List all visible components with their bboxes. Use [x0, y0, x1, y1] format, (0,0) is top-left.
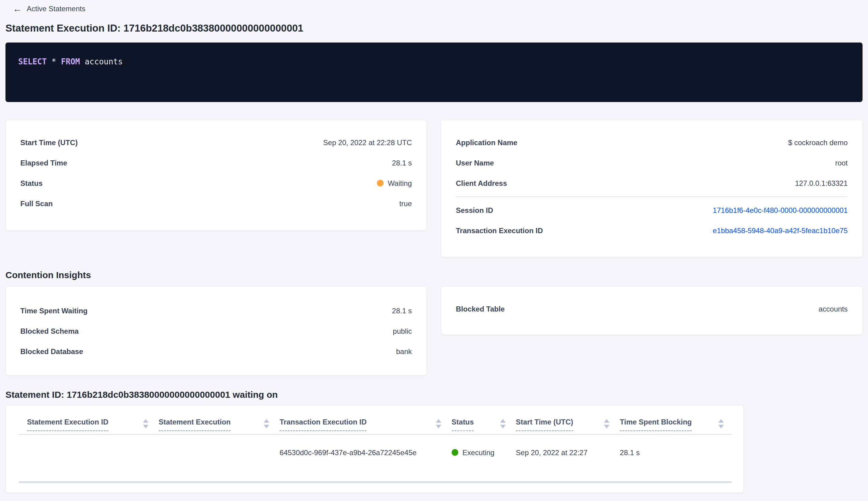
session-id-row: Session ID 1716b1f6-4e0c-f480-0000-00000… — [456, 200, 848, 221]
cell-status-badge: Executing — [463, 448, 495, 457]
sql-keyword-from: FROM — [61, 57, 80, 66]
sql-star: * — [47, 57, 61, 66]
sort-icon[interactable] — [436, 419, 441, 428]
session-id-link[interactable]: 1716b1f6-4e0c-f480-0000-000000000001 — [713, 206, 848, 215]
transaction-execution-id-row: Transaction Execution ID e1bba458-5948-4… — [456, 221, 848, 241]
time-spent-waiting-row: Time Spent Waiting 28.1 s — [20, 301, 412, 321]
waiting-table-header: Statement Execution ID Statement Executi… — [6, 406, 743, 431]
sort-desc-icon — [143, 425, 149, 428]
application-name-row: Application Name $ cockroach demo — [456, 132, 848, 153]
client-address-label: Client Address — [456, 179, 507, 188]
horizontal-scrollbar[interactable] — [19, 481, 732, 483]
transaction-execution-id-label: Transaction Execution ID — [456, 226, 543, 235]
column-header-status-label[interactable]: Status — [452, 418, 474, 431]
sort-desc-icon — [718, 425, 724, 428]
cell-status: Executing — [452, 448, 516, 457]
session-card-divider — [456, 196, 848, 197]
blocked-table-value: accounts — [818, 305, 848, 313]
column-header-time-spent-blocking[interactable]: Time Spent Blocking — [620, 418, 743, 431]
sort-icon[interactable] — [718, 419, 724, 428]
start-time-value: Sep 20, 2022 at 22:28 UTC — [323, 138, 412, 147]
blocked-database-row: Blocked Database bank — [20, 341, 412, 362]
time-spent-waiting-value: 28.1 s — [392, 307, 412, 315]
user-name-row: User Name root — [456, 153, 848, 173]
blocked-database-value: bank — [396, 347, 412, 356]
blocked-database-label: Blocked Database — [20, 347, 83, 356]
sort-asc-icon — [264, 419, 269, 423]
time-spent-waiting-label: Time Spent Waiting — [20, 307, 87, 315]
waiting-status-dot-icon — [377, 180, 384, 186]
status-label: Status — [20, 179, 43, 188]
back-arrow-icon: ← — [13, 4, 22, 13]
sort-asc-icon — [500, 419, 506, 423]
application-name-label: Application Name — [456, 138, 518, 147]
back-link-label[interactable]: Active Statements — [27, 4, 85, 13]
column-header-statement-execution-label[interactable]: Statement Execution — [159, 418, 231, 431]
blocked-schema-row: Blocked Schema public — [20, 321, 412, 341]
overview-cards-row: Start Time (UTC) Sep 20, 2022 at 22:28 U… — [6, 120, 862, 257]
sql-statement-box: SELECT * FROM accounts — [6, 43, 862, 102]
table-row: 64530d0c-969f-437e-a9b4-26a72245e45e Exe… — [6, 435, 743, 471]
column-header-start-time-label[interactable]: Start Time (UTC) — [516, 418, 573, 431]
start-time-row: Start Time (UTC) Sep 20, 2022 at 22:28 U… — [20, 132, 412, 153]
column-header-status[interactable]: Status — [452, 418, 516, 431]
contention-details-card: Time Spent Waiting 28.1 s Blocked Schema… — [6, 286, 427, 376]
sort-desc-icon — [264, 425, 269, 428]
client-address-row: Client Address 127.0.0.1:63321 — [456, 173, 848, 193]
contention-cards-row: Time Spent Waiting 28.1 s Blocked Schema… — [6, 286, 862, 376]
back-link[interactable]: ← Active Statements — [6, 0, 862, 13]
cell-time-spent-blocking: 28.1 s — [620, 448, 743, 457]
column-header-start-time[interactable]: Start Time (UTC) — [516, 418, 620, 431]
sort-icon[interactable] — [500, 419, 506, 428]
full-scan-label: Full Scan — [20, 200, 53, 208]
sort-asc-icon — [436, 419, 441, 423]
sort-asc-icon — [718, 419, 724, 423]
session-id-label: Session ID — [456, 206, 493, 215]
contention-insights-heading: Contention Insights — [6, 270, 862, 280]
column-header-statement-execution[interactable]: Statement Execution — [159, 418, 280, 431]
blocked-table-card: Blocked Table accounts — [441, 286, 862, 335]
full-scan-value: true — [399, 200, 412, 208]
blocked-schema-value: public — [393, 327, 412, 335]
column-header-statement-execution-id[interactable]: Statement Execution ID — [27, 418, 159, 431]
statement-execution-page: ← Active Statements Statement Execution … — [0, 0, 868, 493]
sort-icon[interactable] — [604, 419, 609, 428]
cell-transaction-execution-id: 64530d0c-969f-437e-a9b4-26a72245e45e — [280, 448, 452, 457]
elapsed-time-row: Elapsed Time 28.1 s — [20, 153, 412, 173]
application-name-value: $ cockroach demo — [788, 138, 848, 147]
user-name-label: User Name — [456, 159, 494, 167]
user-name-value: root — [835, 159, 848, 167]
session-details-card: Application Name $ cockroach demo User N… — [441, 120, 862, 257]
start-time-label: Start Time (UTC) — [20, 138, 78, 147]
blocked-table-label: Blocked Table — [456, 305, 505, 313]
sort-icon[interactable] — [143, 419, 149, 428]
status-row: Status Waiting — [20, 173, 412, 193]
sort-desc-icon — [500, 425, 506, 428]
executing-status-dot-icon — [452, 449, 458, 456]
page-title: Statement Execution ID: 1716b218dc0b3838… — [6, 22, 862, 34]
sort-asc-icon — [604, 419, 609, 423]
full-scan-row: Full Scan true — [20, 193, 412, 214]
blocked-schema-label: Blocked Schema — [20, 327, 79, 335]
column-header-statement-execution-id-label[interactable]: Statement Execution ID — [27, 418, 108, 431]
execution-overview-card: Start Time (UTC) Sep 20, 2022 at 22:28 U… — [6, 120, 427, 231]
waiting-statements-table-card: Statement Execution ID Statement Executi… — [6, 405, 744, 493]
status-badge: Waiting — [388, 179, 412, 187]
status-value: Waiting — [377, 179, 412, 188]
column-header-time-spent-blocking-label[interactable]: Time Spent Blocking — [620, 418, 692, 431]
elapsed-time-label: Elapsed Time — [20, 159, 67, 167]
sort-desc-icon — [436, 425, 441, 428]
blocked-table-row: Blocked Table accounts — [456, 299, 848, 319]
waiting-on-heading: Statement ID: 1716b218dc0b38380000000000… — [6, 390, 862, 400]
sort-icon[interactable] — [264, 419, 269, 428]
sort-asc-icon — [143, 419, 149, 423]
transaction-execution-id-link[interactable]: e1bba458-5948-40a9-a42f-5feac1b10e75 — [713, 226, 848, 235]
sql-table-name: accounts — [80, 57, 123, 66]
sort-desc-icon — [604, 425, 609, 428]
elapsed-time-value: 28.1 s — [392, 159, 412, 167]
cell-start-time: Sep 20, 2022 at 22:27 — [516, 448, 620, 457]
client-address-value: 127.0.0.1:63321 — [795, 179, 848, 188]
sql-keyword-select: SELECT — [18, 57, 47, 66]
column-header-transaction-execution-id-label[interactable]: Transaction Execution ID — [280, 418, 367, 431]
column-header-transaction-execution-id[interactable]: Transaction Execution ID — [280, 418, 452, 431]
